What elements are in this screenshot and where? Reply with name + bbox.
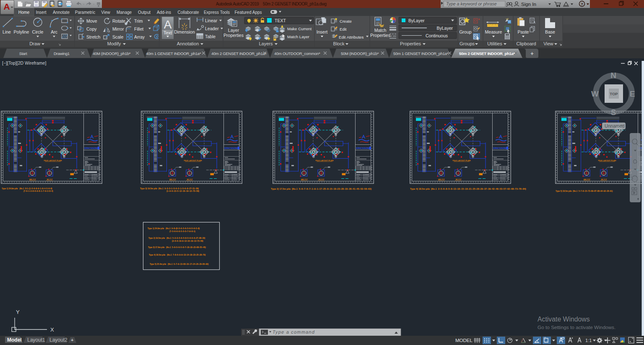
svg-text:View: View [543, 41, 553, 46]
svg-text:50m 2 GENSET INDOOR_ph1a*: 50m 2 GENSET INDOOR_ph1a* [459, 51, 515, 56]
svg-text:N: N [610, 71, 616, 80]
svg-text:Properties: Properties [400, 41, 421, 46]
svg-text:Add-ins: Add-ins [157, 10, 171, 15]
svg-text:50m 1 GENSET INDOOR_ph1a*: 50m 1 GENSET INDOOR_ph1a* [393, 51, 449, 56]
svg-text:Type 3) 17.6m pile (No.1 5–: Type 3) 17.6m pile (No.1 5–6–5–6–5–8–7–1… [148, 246, 206, 248]
svg-text:Type 4) 18.5m pile (No.1 2–5: Type 4) 18.5m pile (No.1 2–5–6–8–5–8–13–… [410, 188, 526, 190]
svg-text:(7–5–6–6–6–5–5–5–7–9–8–1): (7–5–6–6–6–5–5–5–7–9–8–1) [169, 230, 195, 233]
svg-text:A: A [164, 18, 172, 31]
svg-text:TOP: TOP [610, 91, 618, 96]
svg-text:Annotate: Annotate [53, 10, 70, 15]
svg-text:Layout1: Layout1 [27, 337, 45, 343]
svg-text:Featured Apps: Featured Apps [234, 10, 262, 15]
svg-text:Edit: Edit [340, 27, 347, 31]
svg-text:Collaborate: Collaborate [177, 10, 199, 15]
svg-text:Properties: Properties [223, 33, 244, 38]
svg-text:Copy: Copy [86, 26, 97, 31]
svg-text:Go to Settings to activate Win: Go to Settings to activate Windows. [538, 324, 615, 330]
svg-text:40m 1 GENSET INDOOR_ph1a*: 40m 1 GENSET INDOOR_ph1a* [146, 51, 201, 56]
svg-text:Manage: Manage [117, 10, 132, 15]
svg-text:S: S [611, 108, 616, 117]
svg-text:+: + [530, 50, 534, 57]
svg-text:Home: Home [18, 10, 30, 15]
svg-text:Layout2: Layout2 [49, 337, 68, 343]
svg-text:Activate Windows: Activate Windows [538, 316, 590, 323]
svg-text:Make Current: Make Current [287, 26, 312, 31]
svg-text:40m OUTDOOR_common*: 40m OUTDOOR_common* [274, 51, 320, 56]
svg-text:Annotation: Annotation [177, 41, 199, 46]
svg-text:[−][Top][2D Wireframe]: [−][Top][2D Wireframe] [2, 60, 46, 65]
svg-text:Type 4) 18.5m pile (No.1 7–: Type 4) 18.5m pile (No.1 7–8–6–9–9–13–14… [149, 254, 206, 256]
svg-text:Groups: Groups [460, 41, 475, 46]
svg-text:Continuous: Continuous [426, 33, 448, 38]
svg-text:Drawing1: Drawing1 [54, 51, 70, 56]
svg-text:Draw: Draw [29, 41, 40, 46]
svg-text:Edit Attributes: Edit Attributes [339, 35, 364, 39]
svg-text:(1–9–6–13–5–12–16–19–12–73–58): (1–9–6–13–5–12–16–19–12–73–58) [166, 190, 199, 192]
svg-text:Layers: Layers [259, 41, 273, 46]
svg-text:Leader: Leader [205, 26, 219, 31]
svg-text:Layer: Layer [228, 28, 239, 33]
svg-text:Dimension: Dimension [174, 29, 195, 34]
svg-text:Measure: Measure [485, 29, 502, 34]
svg-text:Insert: Insert [36, 10, 46, 15]
svg-text:Move: Move [86, 18, 97, 24]
svg-text:Polyline: Polyline [14, 29, 29, 34]
svg-text:Array: Array [134, 34, 145, 39]
svg-text:Type a keyword or phrase: Type a keyword or phrase [446, 1, 497, 6]
svg-text:X: X [50, 327, 54, 333]
svg-text:1:1: 1:1 [585, 338, 592, 343]
svg-text:Arc: Arc [51, 29, 57, 34]
svg-text:Type 1) 34.9m pile (No.1 8-: Type 1) 34.9m pile (No.1 8-1–(1–5–6–8–9–… [2, 188, 52, 190]
svg-text:Fillet: Fillet [134, 26, 143, 31]
svg-text:Type 5) 25.4m pile (No.1 6–: Type 5) 25.4m pile (No.1 6–7–9–13–68–16–… [150, 263, 209, 265]
svg-text:Trim: Trim [134, 18, 143, 24]
svg-text:Scale: Scale [112, 34, 123, 39]
svg-text:+: + [71, 337, 73, 342]
svg-text:Insert: Insert [317, 29, 327, 34]
svg-text:View: View [101, 10, 110, 15]
svg-text:Clipboard: Clipboard [516, 41, 536, 46]
svg-text:Match: Match [374, 28, 387, 33]
svg-text:Mirror: Mirror [112, 26, 124, 31]
svg-text:Table: Table [205, 34, 216, 39]
svg-text:Base: Base [545, 29, 555, 34]
svg-text:E: E [630, 89, 635, 98]
svg-text:Circle: Circle [32, 29, 44, 34]
svg-text:Model: Model [7, 337, 22, 343]
svg-text:Type 1) 34.9m pile (No.1 9–: Type 1) 34.9m pile (No.1 9–8–(8–5–6–5–6–… [148, 227, 200, 230]
svg-text:ByLayer: ByLayer [436, 26, 453, 31]
svg-text:Paste: Paste [518, 29, 529, 34]
svg-text:Type 5) 18.5m pile (No.1 5–7: Type 5) 18.5m pile (No.1 5–7–8–15–73–89–… [556, 190, 613, 192]
svg-text:Match Layer: Match Layer [287, 34, 310, 39]
svg-text:A: A [3, 2, 10, 11]
svg-text:40m 2 GENSET INDOOR_ph1a*: 40m 2 GENSET INDOOR_ph1a* [211, 51, 267, 56]
svg-text:(7–6–1–3–8–6–9–8–1–7–9–3–8–4): (7–6–1–3–8–6–9–8–1–7–9–3–8–4) [23, 190, 53, 192]
svg-text:MODEL: MODEL [455, 338, 473, 343]
svg-text:Block: Block [333, 41, 345, 46]
svg-text:Rotate: Rotate [112, 18, 125, 24]
svg-text:ByLayer: ByLayer [408, 18, 425, 23]
svg-text:Stretch: Stretch [86, 34, 100, 39]
svg-text:W: W [591, 89, 599, 98]
svg-text:Create: Create [340, 19, 352, 24]
svg-text:Sign In: Sign In [521, 2, 536, 7]
svg-text:●: ● [394, 20, 396, 22]
svg-text:Utilities: Utilities [487, 41, 502, 46]
svg-text:Linear: Linear [205, 18, 218, 23]
svg-text:Group: Group [459, 29, 471, 34]
svg-text:Modify: Modify [107, 41, 121, 46]
svg-text:Line: Line [3, 29, 11, 34]
svg-text:Type a command: Type a command [273, 329, 315, 335]
svg-text:Type 2) 17.5m pile (No.1 5–6: Type 2) 17.5m pile (No.1 5–6–7–6–7–1–9–1… [271, 188, 371, 190]
svg-text:Express Tools: Express Tools [204, 10, 230, 15]
svg-text:Text: Text [164, 30, 172, 35]
svg-text:Parametric: Parametric [75, 10, 95, 15]
svg-text:TEXT: TEXT [275, 18, 286, 23]
svg-text:Type 3) 19.5m pile (No.1 9–3: Type 3) 19.5m pile (No.1 9–3–3–1–5–6–3–1… [140, 188, 199, 190]
svg-text:Properties: Properties [370, 33, 390, 38]
svg-text:Type 2) 19.5m pile (No.1 5–: Type 2) 19.5m pile (No.1 5–3–3–5–6–5–8–5… [148, 237, 205, 239]
svg-text:40M (INDOOR)_ph1b*: 40M (INDOOR)_ph1b* [93, 51, 131, 56]
svg-text:Y: Y [16, 309, 20, 315]
svg-text:Start: Start [19, 51, 27, 56]
